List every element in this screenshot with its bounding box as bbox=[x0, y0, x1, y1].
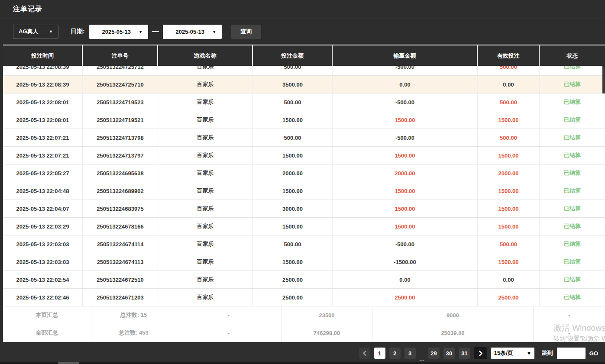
page-button-31[interactable]: 31 bbox=[459, 348, 470, 359]
horizontal-scrollbar-thumb[interactable] bbox=[58, 362, 79, 364]
cell-valid_bet: 1500.00 bbox=[478, 111, 540, 129]
table-row: 2025-05-13 22:03:03250513224674114百家乐500… bbox=[3, 235, 605, 253]
cell-bet_amount: 2500.00 bbox=[253, 271, 333, 288]
cell-bet_amount: 500.00 bbox=[253, 93, 333, 111]
cell-status: 已结算 bbox=[540, 182, 605, 200]
filter-bar: AG真人 ▼ 日期: 2025-05-13 ▼ — 2025-05-13 ▼ 查… bbox=[0, 19, 605, 44]
page-button-3[interactable]: 3 bbox=[404, 348, 416, 359]
title-bar: 注单记录 bbox=[0, 0, 605, 19]
cell-time: 2025-05-13 22:07:21 bbox=[3, 147, 83, 164]
table-row: 2025-05-13 22:04:07250513224683975百家乐300… bbox=[3, 200, 605, 218]
next-page-button[interactable] bbox=[474, 347, 487, 359]
cell-game: 百家乐 bbox=[158, 93, 253, 111]
summary-game: - bbox=[176, 324, 281, 341]
cell-order_no: 250513224713798 bbox=[83, 129, 158, 146]
page-button-30[interactable]: 30 bbox=[443, 348, 455, 359]
cell-status: 已结算 bbox=[540, 76, 605, 93]
summary-win_total: 25039.00 bbox=[372, 324, 534, 341]
cell-win_loss: 2000.00 bbox=[333, 164, 478, 182]
vertical-scrollbar-thumb[interactable] bbox=[602, 66, 605, 93]
cell-valid_bet: 500.00 bbox=[478, 235, 540, 253]
column-header-6: 有效投注 bbox=[478, 45, 540, 66]
page-button-29[interactable]: 29 bbox=[428, 348, 439, 359]
cell-bet_amount: 500.00 bbox=[253, 235, 333, 253]
horizontal-scrollbar[interactable] bbox=[0, 362, 605, 364]
query-button[interactable]: 查询 bbox=[231, 25, 261, 39]
bet-records-table: 投注时间注单号游戏名称投注金额输赢金额有效投注状态 2025-05-13 22:… bbox=[3, 45, 605, 306]
cell-status: 已结算 bbox=[540, 253, 605, 271]
cell-order_no: 250513224719521 bbox=[83, 111, 158, 129]
cell-win_loss: -1500.00 bbox=[333, 253, 478, 271]
cell-order_no: 250513224725712 bbox=[83, 66, 158, 75]
cell-status: 已结算 bbox=[540, 164, 605, 182]
cell-bet_amount: 500.00 bbox=[253, 66, 333, 75]
go-button[interactable]: GO bbox=[589, 350, 598, 357]
summary-bet_total: 23500 bbox=[281, 306, 372, 324]
table-row: 2025-05-13 22:08:01250513224719521百家乐150… bbox=[3, 111, 605, 129]
table-row: 2025-05-13 22:03:03250513224674113百家乐150… bbox=[3, 253, 605, 271]
cell-valid_bet: 1500.00 bbox=[478, 253, 540, 271]
cell-bet_amount: 1500.00 bbox=[253, 253, 333, 271]
footer-bar: 123 ... 293031 15条/页 ▼ 跳到 GO bbox=[0, 342, 605, 364]
date-label: 日期: bbox=[71, 28, 85, 35]
table-row: 2025-05-13 22:04:48250513224689902百家乐150… bbox=[3, 182, 605, 200]
page-size-value: 15条/页 bbox=[494, 349, 513, 357]
table-body: 2025-05-13 22:08:39250513224725712百家乐500… bbox=[3, 66, 605, 306]
page-size-select[interactable]: 15条/页 ▼ bbox=[491, 348, 534, 359]
cell-order_no: 250513224713797 bbox=[83, 147, 158, 164]
cell-time: 2025-05-13 22:05:27 bbox=[3, 164, 83, 182]
cell-status: 已结算 bbox=[540, 147, 605, 164]
cell-bet_amount: 1500.00 bbox=[253, 182, 333, 200]
cell-time: 2025-05-13 22:07:21 bbox=[3, 129, 83, 146]
summary-row: 本页汇总总注数: 15-235009000- bbox=[3, 306, 605, 324]
cell-win_loss: -500.00 bbox=[333, 66, 478, 75]
column-header-4: 投注金额 bbox=[253, 45, 333, 66]
page-button-2[interactable]: 2 bbox=[389, 348, 401, 359]
cell-time: 2025-05-13 22:08:01 bbox=[3, 111, 83, 129]
cell-bet_amount: 1500.00 bbox=[253, 147, 333, 164]
table-row: 2025-05-13 22:08:39250513224725712百家乐500… bbox=[3, 66, 605, 76]
table-row: 2025-05-13 22:07:21250513224713798百家乐500… bbox=[3, 129, 605, 147]
cell-game: 百家乐 bbox=[158, 218, 253, 235]
cell-game: 百家乐 bbox=[158, 200, 253, 217]
cell-status: 已结算 bbox=[540, 218, 605, 235]
table-row: 2025-05-13 22:02:54250513224672510百家乐250… bbox=[3, 271, 605, 289]
game-type-select[interactable]: AG真人 ▼ bbox=[13, 25, 58, 39]
cell-bet_amount: 3500.00 bbox=[253, 76, 333, 93]
cell-order_no: 250513224678166 bbox=[83, 218, 158, 235]
summary-label: 本页汇总 bbox=[3, 306, 91, 324]
cell-win_loss: 1500.00 bbox=[333, 218, 478, 235]
cell-valid_bet: 1500.00 bbox=[478, 200, 540, 217]
date-to-value: 2025-05-13 bbox=[168, 29, 212, 35]
summary-section: 本页汇总总注数: 15-235009000-全部汇总总注数: 453-74629… bbox=[3, 306, 605, 342]
table-row: 2025-05-13 22:08:01250513224719523百家乐500… bbox=[3, 93, 605, 111]
cell-game: 百家乐 bbox=[158, 111, 253, 129]
table-row: 2025-05-13 22:05:27250513224695638百家乐200… bbox=[3, 164, 605, 182]
date-to-select[interactable]: 2025-05-13 ▼ bbox=[163, 25, 222, 39]
cell-order_no: 250513224719523 bbox=[83, 93, 158, 111]
cell-valid_bet: 2000.00 bbox=[478, 164, 540, 182]
summary-count: 总注数: 453 bbox=[91, 324, 176, 341]
date-from-value: 2025-05-13 bbox=[94, 29, 139, 35]
prev-page-button[interactable] bbox=[359, 348, 370, 359]
page-button-1[interactable]: 1 bbox=[374, 348, 385, 359]
cell-time: 2025-05-13 22:08:39 bbox=[3, 66, 83, 75]
cell-win_loss: 0.00 bbox=[333, 271, 478, 288]
cell-valid_bet: 500.00 bbox=[478, 66, 540, 75]
cell-time: 2025-05-13 22:03:03 bbox=[3, 235, 83, 253]
jump-page-input[interactable] bbox=[557, 348, 586, 359]
cell-game: 百家乐 bbox=[158, 271, 253, 288]
cell-game: 百家乐 bbox=[158, 66, 253, 75]
cell-order_no: 250513224695638 bbox=[83, 164, 158, 182]
date-from-select[interactable]: 2025-05-13 ▼ bbox=[89, 25, 148, 39]
chevron-down-icon: ▼ bbox=[49, 29, 53, 34]
cell-game: 百家乐 bbox=[158, 76, 253, 93]
column-header-3: 游戏名称 bbox=[158, 45, 253, 66]
cell-win_loss: 1500.00 bbox=[333, 111, 478, 129]
summary-valid: - bbox=[534, 324, 605, 341]
cell-order_no: 250513224671203 bbox=[83, 289, 158, 306]
cell-order_no: 250513224683975 bbox=[83, 200, 158, 217]
cell-win_loss: 0.00 bbox=[333, 76, 478, 93]
jump-to-label: 跳到 bbox=[542, 349, 553, 357]
cell-status: 已结算 bbox=[540, 200, 605, 217]
